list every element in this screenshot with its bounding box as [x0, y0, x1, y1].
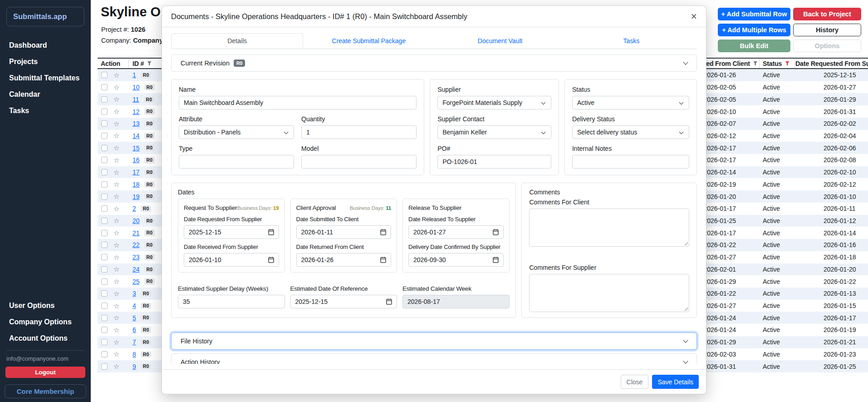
- row-checkbox[interactable]: [101, 339, 108, 345]
- sidebar-item-user-options[interactable]: User Options: [0, 298, 91, 314]
- current-revision-accordion[interactable]: Current Revision R0: [171, 55, 697, 72]
- sidebar-item-account-options[interactable]: Account Options: [0, 330, 91, 347]
- favorite-star-icon[interactable]: ☆: [113, 193, 119, 200]
- row-checkbox[interactable]: [101, 278, 108, 285]
- row-checkbox[interactable]: [101, 133, 108, 139]
- favorite-star-icon[interactable]: ☆: [113, 144, 119, 151]
- returned-filter-icon[interactable]: [753, 61, 758, 66]
- favorite-star-icon[interactable]: ☆: [113, 339, 119, 346]
- date-input[interactable]: 2026-01-10: [184, 253, 279, 267]
- row-checkbox[interactable]: [101, 327, 108, 333]
- back-to-project-button[interactable]: Back to Project: [793, 8, 861, 20]
- row-id-link[interactable]: 19: [132, 193, 140, 200]
- row-id-link[interactable]: 25: [132, 278, 140, 285]
- row-checkbox[interactable]: [101, 120, 108, 127]
- favorite-star-icon[interactable]: ☆: [113, 169, 119, 176]
- date-input[interactable]: 2025-12-15: [290, 295, 397, 308]
- options-button[interactable]: Options: [793, 40, 861, 52]
- row-id-link[interactable]: 18: [132, 181, 140, 188]
- supplier-contact-select[interactable]: Benjamin Keller: [437, 125, 551, 139]
- favorite-star-icon[interactable]: ☆: [113, 181, 119, 188]
- row-id-link[interactable]: 2: [132, 205, 136, 212]
- row-id-link[interactable]: 21: [132, 229, 140, 237]
- row-id-link[interactable]: 23: [132, 253, 140, 261]
- row-id-link[interactable]: 5: [132, 314, 136, 322]
- history-button[interactable]: History: [793, 24, 861, 36]
- favorite-star-icon[interactable]: ☆: [113, 72, 119, 79]
- id-filter-icon[interactable]: [147, 61, 152, 66]
- row-checkbox[interactable]: [101, 205, 108, 212]
- row-checkbox[interactable]: [101, 169, 108, 175]
- comments-for-supplier-textarea[interactable]: [529, 274, 689, 312]
- sidebar-item-projects[interactable]: Projects: [0, 54, 91, 70]
- file-history-accordion[interactable]: File History: [171, 333, 697, 350]
- core-membership-button[interactable]: Core Membership: [5, 384, 86, 398]
- internal-notes-input[interactable]: [572, 155, 689, 169]
- logout-button[interactable]: Logout: [5, 367, 85, 378]
- model-input[interactable]: [301, 155, 417, 169]
- row-checkbox[interactable]: [101, 230, 108, 236]
- row-id-link[interactable]: 8: [132, 351, 136, 358]
- row-checkbox[interactable]: [101, 72, 108, 78]
- supplier-select[interactable]: ForgePoint Materials Supply: [437, 96, 551, 109]
- row-id-link[interactable]: 20: [132, 217, 140, 224]
- date-input[interactable]: 2026-01-26: [296, 253, 392, 267]
- add-submittal-row-button[interactable]: + Add Submittal Row: [718, 8, 790, 20]
- add-multiple-rows-button[interactable]: + Add Multiple Rows: [718, 24, 790, 36]
- row-checkbox[interactable]: [101, 315, 108, 321]
- row-id-link[interactable]: 17: [132, 169, 140, 176]
- comments-for-client-textarea[interactable]: [529, 208, 689, 247]
- favorite-star-icon[interactable]: ☆: [113, 132, 119, 139]
- favorite-star-icon[interactable]: ☆: [113, 327, 119, 333]
- row-id-link[interactable]: 7: [132, 338, 136, 346]
- sidebar-item-tasks[interactable]: Tasks: [0, 103, 91, 119]
- favorite-star-icon[interactable]: ☆: [113, 120, 119, 127]
- delivery-status-select[interactable]: Select delivery status: [572, 125, 689, 139]
- favorite-star-icon[interactable]: ☆: [113, 314, 119, 321]
- row-checkbox[interactable]: [101, 145, 108, 151]
- favorite-star-icon[interactable]: ☆: [113, 84, 119, 91]
- row-id-link[interactable]: 22: [132, 241, 140, 248]
- favorite-star-icon[interactable]: ☆: [113, 157, 119, 164]
- row-id-link[interactable]: 10: [132, 84, 140, 91]
- favorite-star-icon[interactable]: ☆: [113, 229, 119, 236]
- tab-tasks[interactable]: Tasks: [566, 33, 697, 49]
- sidebar-item-submittal-templates[interactable]: Submittal Templates: [0, 70, 91, 86]
- favorite-star-icon[interactable]: ☆: [113, 96, 119, 103]
- favorite-star-icon[interactable]: ☆: [113, 108, 119, 115]
- action-history-accordion[interactable]: Action History: [171, 353, 697, 364]
- type-input[interactable]: [179, 155, 294, 169]
- row-checkbox[interactable]: [101, 303, 108, 309]
- requested-from-supplier-column-header[interactable]: Date Requested From Supplier: [795, 59, 868, 68]
- po-input[interactable]: [437, 155, 551, 169]
- row-checkbox[interactable]: [101, 96, 108, 103]
- favorite-star-icon[interactable]: ☆: [113, 242, 119, 248]
- favorite-star-icon[interactable]: ☆: [113, 266, 119, 273]
- tab-details[interactable]: Details: [171, 33, 303, 49]
- row-id-link[interactable]: 14: [132, 132, 140, 139]
- row-id-link[interactable]: 24: [132, 266, 140, 273]
- favorite-star-icon[interactable]: ☆: [113, 278, 119, 285]
- sidebar-item-calendar[interactable]: Calendar: [0, 86, 91, 103]
- row-id-link[interactable]: 9: [132, 363, 136, 370]
- favorite-star-icon[interactable]: ☆: [113, 351, 119, 357]
- row-checkbox[interactable]: [101, 290, 108, 297]
- close-button[interactable]: Close: [621, 375, 649, 389]
- row-checkbox[interactable]: [101, 157, 108, 163]
- favorite-star-icon[interactable]: ☆: [113, 363, 119, 370]
- favorite-star-icon[interactable]: ☆: [113, 217, 119, 224]
- date-input[interactable]: 2026-01-11: [296, 225, 392, 239]
- row-id-link[interactable]: 3: [132, 290, 136, 297]
- favorite-star-icon[interactable]: ☆: [113, 254, 119, 261]
- date-input[interactable]: 2025-12-15: [184, 225, 279, 239]
- favorite-star-icon[interactable]: ☆: [113, 290, 119, 297]
- date-input[interactable]: 2026-09-30: [408, 253, 504, 267]
- quantity-input[interactable]: [301, 125, 417, 139]
- row-checkbox[interactable]: [101, 84, 108, 90]
- row-id-link[interactable]: 11: [132, 96, 139, 103]
- tab-document-vault[interactable]: Document Vault: [435, 33, 566, 49]
- row-checkbox[interactable]: [101, 218, 108, 224]
- row-checkbox[interactable]: [101, 242, 108, 248]
- app-logo[interactable]: Submittals.app: [6, 7, 84, 26]
- status-column-header[interactable]: Status: [760, 59, 795, 68]
